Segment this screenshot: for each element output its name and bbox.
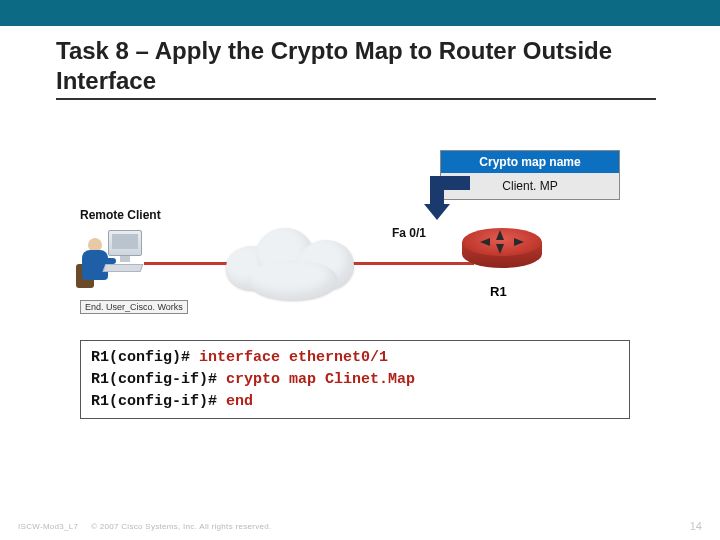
title-wrap: Task 8 – Apply the Crypto Map to Router … [0, 26, 720, 100]
cli-code-box: R1(config)# interface ethernet0/1 R1(con… [80, 340, 630, 419]
remote-client-icon [80, 228, 150, 298]
cli-prompt: R1(config-if)# [91, 371, 226, 388]
cli-command: interface ethernet0/1 [199, 349, 388, 366]
arrow-icon [430, 176, 470, 226]
end-user-tag: End. User_Cisco. Works [80, 300, 188, 314]
top-accent-bar [0, 0, 720, 26]
cli-line: R1(config-if)# end [91, 391, 619, 413]
crypto-map-header: Crypto map name [441, 151, 619, 173]
cli-line: R1(config-if)# crypto map Clinet.Map [91, 369, 619, 391]
network-diagram: Crypto map name Client. MP Remote Client… [80, 150, 640, 360]
slide-footer: ISCW-Mod3_L7 © 2007 Cisco Systems, Inc. … [0, 520, 720, 532]
footer-module: ISCW-Mod3_L7 [18, 522, 78, 531]
footer-copyright: © 2007 Cisco Systems, Inc. All rights re… [91, 522, 272, 531]
footer-page-number: 14 [690, 520, 702, 532]
cli-command: end [226, 393, 253, 410]
cli-prompt: R1(config-if)# [91, 393, 226, 410]
cli-line: R1(config)# interface ethernet0/1 [91, 347, 619, 369]
slide-title: Task 8 – Apply the Crypto Map to Router … [56, 36, 656, 100]
cli-prompt: R1(config)# [91, 349, 199, 366]
interface-label: Fa 0/1 [392, 226, 426, 240]
router-label: R1 [490, 284, 507, 299]
router-icon [462, 228, 542, 278]
cloud-icon [220, 220, 360, 300]
remote-client-label: Remote Client [80, 208, 161, 222]
cli-command: crypto map Clinet.Map [226, 371, 415, 388]
